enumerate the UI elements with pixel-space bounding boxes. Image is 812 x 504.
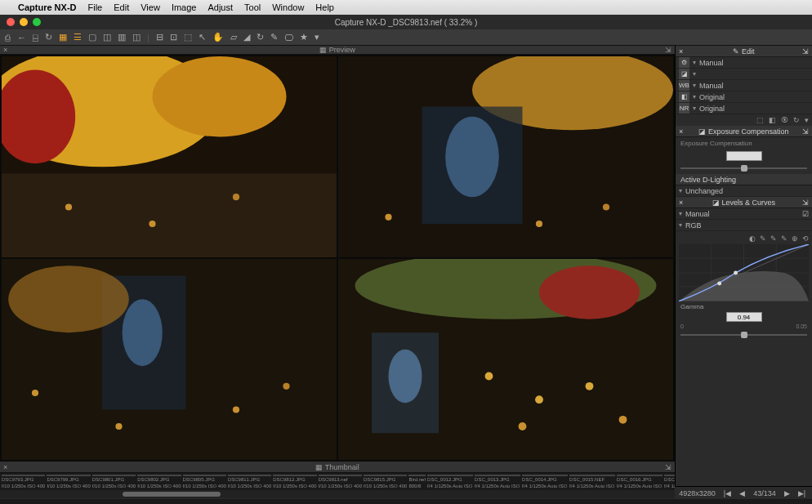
filter-icon[interactable]: ▾: [315, 32, 319, 42]
rotate-icon[interactable]: ↻: [793, 116, 800, 124]
transform-icon[interactable]: ⬚: [184, 32, 192, 42]
black-eyedrop-icon[interactable]: ✎: [781, 234, 787, 243]
screen-icon[interactable]: 🖵: [284, 33, 293, 42]
menu-file[interactable]: File: [88, 2, 103, 12]
histogram-icon[interactable]: ⬚: [756, 116, 764, 124]
gamma-label: Gamma: [676, 303, 812, 310]
menu-tool[interactable]: Tool: [244, 2, 261, 12]
menu-window[interactable]: Window: [272, 2, 304, 12]
thumbnail-item[interactable]: DSC9815.JPGf/10 1/250s ISO 400: [364, 475, 407, 488]
star-icon[interactable]: ★: [300, 32, 308, 42]
exposure-header[interactable]: × ◪ Exposure Compensation ⇲: [676, 126, 812, 137]
zoom-window-button[interactable]: [33, 18, 41, 26]
expand-icon[interactable]: ⇲: [802, 127, 809, 136]
thumbnail-item[interactable]: DSC9799.JPGf/10 1/250s ISO 400: [47, 475, 90, 488]
print-icon[interactable]: ⎙: [5, 33, 11, 42]
dlighting-value-row[interactable]: ▾Unchanged: [676, 185, 812, 197]
list-icon[interactable]: ☰: [74, 32, 82, 42]
thumbnail-item[interactable]: DSC_0017.NEFf/4 1/1250s Auto ISO 400: [664, 475, 675, 488]
nav-next-button[interactable]: ▶: [784, 489, 790, 497]
back-icon[interactable]: ←: [17, 33, 26, 42]
edit-adjustment-row[interactable]: WB▾Manual: [676, 80, 812, 91]
gamma-value-input[interactable]: [726, 312, 762, 322]
compare-icon[interactable]: ◫: [103, 32, 111, 42]
rotate-icon[interactable]: ↻: [257, 32, 264, 42]
thumbnail-item[interactable]: DSC9793.JPGf/10 1/250s ISO 400: [2, 475, 45, 488]
curves-channel-row[interactable]: ▾RGB: [676, 220, 812, 231]
preview-image-tr[interactable]: [338, 56, 673, 257]
gamma-slider[interactable]: [680, 331, 807, 339]
thumbnail-item[interactable]: DSC9811.JPGf/10 1/250s ISO 400: [228, 475, 271, 488]
thumbnail-item[interactable]: DSC_0015.NEFf/4 1/1250s Auto ISO 400: [569, 475, 615, 488]
thumbnail-item[interactable]: DSC_0014.JPGf/4 1/1250s Auto ISO 400: [522, 475, 568, 488]
expand-icon[interactable]: ⇲: [665, 463, 671, 471]
svg-point-27: [389, 350, 422, 404]
eyedrop-icon[interactable]: ✎: [270, 32, 278, 42]
edit-adjustment-row[interactable]: ◧▾Original: [676, 91, 812, 103]
contrast-icon[interactable]: ◐: [749, 234, 756, 243]
grid-icon[interactable]: ▦: [59, 32, 67, 42]
svg-point-21: [233, 406, 239, 413]
menu-adjust[interactable]: Adjust: [207, 2, 233, 12]
edit-adjustment-row[interactable]: ◪▾: [676, 69, 812, 80]
thumbnail-item[interactable]: Bird.nef800/8: [408, 475, 426, 488]
nav-prev-button[interactable]: ◀: [739, 489, 745, 497]
menu-view[interactable]: View: [141, 2, 160, 12]
curves-header[interactable]: × ◪ Levels & Curves ⇲: [676, 197, 812, 208]
menu-help[interactable]: Help: [315, 2, 334, 12]
layout1-icon[interactable]: ▥: [118, 32, 126, 42]
minimize-window-button[interactable]: [20, 18, 28, 26]
target-icon[interactable]: ⊕: [792, 234, 798, 243]
menu-image[interactable]: Image: [172, 2, 197, 12]
close-icon[interactable]: ×: [679, 47, 683, 56]
gray-eyedrop-icon[interactable]: ✎: [770, 234, 777, 243]
exposure-value-input[interactable]: [726, 151, 762, 161]
expand-icon[interactable]: ⇲: [665, 46, 671, 54]
preview-image-br[interactable]: [338, 259, 673, 460]
thumbnail-item[interactable]: DSC_0012.JPGf/4 1/1250s Auto ISO 400: [427, 475, 473, 488]
white-eyedrop-icon[interactable]: ✎: [760, 234, 766, 243]
edit-adjustment-row[interactable]: NR▾Original: [676, 103, 812, 114]
pointer-icon[interactable]: ↖: [199, 32, 206, 42]
thumbnail-item[interactable]: DSC_0016.JPGf/4 1/1250s Auto ISO 400: [617, 475, 663, 488]
thumbnail-item[interactable]: DSC_0013.JPGf/4 1/1250s Auto ISO 400: [475, 475, 520, 488]
close-icon[interactable]: ×: [3, 46, 7, 54]
curves-editor[interactable]: ◐ ✎ ✎ ✎ ⊕ ⟲: [676, 231, 812, 303]
exposure-slider[interactable]: [680, 164, 807, 172]
nav-first-button[interactable]: |◀: [724, 489, 731, 497]
crop-icon[interactable]: ▱: [230, 32, 237, 42]
thumbnail-item[interactable]: DSC9802.JPGf/10 1/250s ISO 400: [137, 475, 181, 488]
levels-icon[interactable]: ◧: [769, 116, 776, 124]
app-name[interactable]: Capture NX-D: [18, 2, 77, 12]
refresh-icon[interactable]: ↻: [45, 32, 52, 42]
hand-icon[interactable]: ✋: [212, 32, 224, 42]
menu-edit[interactable]: Edit: [114, 2, 129, 12]
curves-graph[interactable]: [679, 244, 809, 301]
thumbnail-item[interactable]: DSC9801.JPGf/10 1/250s ISO 400: [92, 475, 136, 488]
preview-image-tl[interactable]: [2, 56, 337, 257]
open-icon[interactable]: ⌸: [33, 33, 38, 42]
curves-icon[interactable]: ⦿: [781, 116, 788, 124]
divider-icon[interactable]: ⊟: [156, 32, 163, 42]
more-icon[interactable]: ▾: [805, 116, 809, 124]
reset-icon[interactable]: ⟲: [802, 234, 809, 243]
close-icon[interactable]: ×: [3, 463, 7, 471]
thumbnail-item[interactable]: DSC9805.JPGf/10 1/250s ISO 400: [183, 475, 226, 488]
close-icon[interactable]: ×: [679, 198, 683, 207]
curves-mode-row[interactable]: ▾Manual☑: [676, 208, 812, 220]
expand-icon[interactable]: ⇲: [802, 47, 809, 56]
expand-icon[interactable]: ⇲: [802, 198, 809, 207]
preview-image-bl[interactable]: [2, 259, 337, 460]
thumbnail-item[interactable]: DSC9812.JPGf/10 1/250s ISO 400: [273, 475, 316, 488]
nav-last-button[interactable]: ▶|: [798, 489, 805, 497]
single-icon[interactable]: ▢: [88, 32, 96, 42]
close-window-button[interactable]: [7, 18, 15, 26]
fit-icon[interactable]: ⊡: [170, 32, 177, 42]
layout2-icon[interactable]: ◫: [132, 32, 141, 42]
close-icon[interactable]: ×: [679, 127, 683, 136]
edit-adjustment-row[interactable]: ⚙▾Manual: [676, 57, 812, 69]
dlighting-header[interactable]: Active D-Lighting: [676, 174, 812, 185]
thumbnail-scrollbar[interactable]: [0, 490, 675, 498]
straighten-icon[interactable]: ◢: [243, 32, 250, 42]
thumbnail-item[interactable]: DSC9813.neff/10 1/250s ISO 400: [319, 475, 362, 488]
